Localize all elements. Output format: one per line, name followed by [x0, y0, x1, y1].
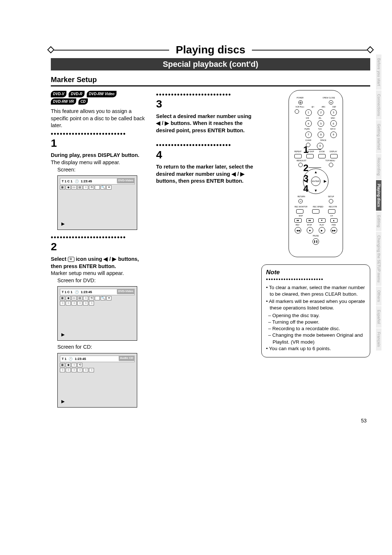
page-title-wrap: Playing discs: [51, 44, 370, 56]
ch-up-button[interactable]: ▲: [330, 218, 338, 223]
keylabel: WXYZ: [330, 128, 335, 130]
badge-dvdr: DVD-R: [69, 91, 85, 97]
tab-before[interactable]: Before you start: [376, 54, 381, 90]
screen-time: 1:23:45: [81, 179, 92, 183]
step2-number: 2: [51, 239, 150, 254]
remote-control: POWEROPEN/ CLOSE ⏻▲ VCR Plus+@!:ABCDEF 1…: [289, 90, 343, 257]
num-8-button[interactable]: 8: [318, 131, 324, 138]
step3-number: 3: [156, 97, 255, 112]
enter-button[interactable]: ENTER: [311, 177, 320, 186]
up-arrow-icon[interactable]: ▲: [314, 170, 318, 175]
disc-label: Audio CD: [119, 356, 135, 361]
power-button[interactable]: ⏻: [298, 100, 303, 105]
badge-cd: CD: [78, 98, 88, 105]
screen-info: T 1: [62, 357, 66, 361]
note-dots: •••••••••••••••••••••••: [266, 276, 366, 283]
left-arrow-icon[interactable]: ◀: [305, 179, 308, 184]
rev-button[interactable]: ◀◀: [295, 227, 301, 234]
step3-a: Select a desired marker number using: [156, 113, 252, 119]
tab-getting-started[interactable]: Getting started: [376, 120, 381, 153]
column-middle: ••••••••••••••••••••••••• 3 Select a des…: [156, 90, 255, 410]
left-right-arrows-icon: ◀ / ▶: [156, 120, 169, 126]
down-arrow-icon[interactable]: ▼: [314, 188, 318, 193]
num-1-button[interactable]: 1: [305, 109, 312, 116]
recspd-button[interactable]: [312, 209, 319, 214]
step3-b: buttons. When it reaches the desired poi…: [156, 120, 245, 133]
note-sub: Opening the disc tray.: [266, 312, 366, 319]
play-label: PLAY: [320, 224, 324, 226]
skip-next-button[interactable]: ⏭: [306, 218, 314, 223]
num-6-button[interactable]: 6: [330, 120, 337, 127]
recspd-label: REC SPEED: [313, 206, 323, 208]
badge-dvdrw-video: DVD-RW Video: [87, 91, 117, 97]
cmskip-label: CM SKIP: [307, 150, 314, 153]
zoom-button[interactable]: [318, 154, 326, 158]
keylabel: GHI: [306, 117, 309, 119]
return-label: RETURN: [298, 195, 305, 198]
pause-button[interactable]: ❚❚: [313, 238, 319, 245]
tab-setup-menu[interactable]: Changing the SETUP menu: [376, 232, 381, 286]
tab-francais[interactable]: Français: [376, 328, 381, 351]
step1-bold: During play, press DISPLAY button.: [51, 152, 150, 159]
menu-label: MENU/LIST: [297, 159, 306, 162]
menu-button[interactable]: [298, 163, 303, 167]
tab-playing-discs[interactable]: Playing discs: [376, 180, 381, 211]
display-button[interactable]: [330, 154, 338, 158]
repeat-button[interactable]: [294, 154, 302, 158]
topmenu-button[interactable]: [329, 163, 333, 167]
dpad[interactable]: ▲ ▼ ◀ ▶ ENTER: [303, 169, 328, 194]
tab-others[interactable]: Others: [376, 287, 381, 305]
tab-espanol[interactable]: Español: [376, 306, 381, 328]
setup-button[interactable]: [329, 199, 333, 203]
badge-dvdv: DVD-V: [51, 91, 66, 97]
keylabel: PQRS: [305, 128, 310, 130]
step1-text: The display menu will appear.: [51, 159, 150, 166]
num-2-button[interactable]: 2: [318, 109, 324, 116]
left-right-arrows-icon: ◀ / ▶: [232, 171, 245, 177]
vcr-button[interactable]: [295, 109, 299, 114]
recotr-button[interactable]: [328, 209, 335, 214]
screen-time: 1:23:45: [75, 357, 86, 361]
num-5-button[interactable]: 5: [318, 120, 324, 127]
stop-button[interactable]: ■: [307, 227, 313, 234]
tab-editing[interactable]: Editing: [376, 211, 381, 231]
heading-rule: [51, 85, 370, 86]
stop-label: STOP: [307, 224, 312, 226]
tab-recording[interactable]: Recording: [376, 154, 381, 179]
ch-down-button[interactable]: ▼: [318, 218, 326, 223]
play-button[interactable]: ▶: [319, 227, 325, 234]
pause-label: PAUSE: [313, 235, 319, 237]
step2-mid: icon using: [76, 256, 104, 262]
keylabel: MNO: [331, 117, 335, 119]
open-button[interactable]: ▲: [329, 100, 333, 105]
note-sub: Recording to a recordable disc.: [266, 325, 366, 332]
vcr-label: VCR Plus+: [295, 106, 305, 108]
num-9-button[interactable]: 9: [330, 131, 337, 138]
screen-dvd-label: Screen for DVD:: [57, 277, 150, 284]
space-label: SPACE: [320, 139, 326, 142]
screen-info: T 1 C 1: [62, 290, 73, 294]
note-sub: Changing the mode between Original and P…: [266, 332, 366, 345]
num-0-button[interactable]: 0: [317, 143, 323, 149]
screen-time: 1:23:45: [81, 290, 92, 294]
power-label: POWER: [297, 97, 303, 99]
step2-pre: Select: [51, 256, 68, 262]
return-button[interactable]: ↩: [298, 199, 303, 203]
tab-connections[interactable]: Connections: [376, 90, 381, 120]
step4-bold: To return to the marker later, select th…: [156, 163, 255, 185]
keylabel: DEF: [332, 106, 336, 108]
cmskip-button[interactable]: [306, 154, 314, 158]
num-4-button[interactable]: 4: [305, 120, 312, 127]
recmon-button[interactable]: [296, 209, 303, 214]
num-3-button[interactable]: 3: [330, 109, 337, 116]
fwd-button[interactable]: ▶▶: [331, 227, 337, 234]
setup-label: SETUP: [328, 195, 334, 198]
clear-button[interactable]: [306, 143, 310, 147]
right-arrow-icon[interactable]: ▶: [324, 179, 327, 184]
screen-marker-cd: Audio CD T 1🕐1:23:45 ▦◉☆⟲ ☆☆☆☆☆☆ ▶: [57, 353, 137, 408]
repeat-label: REPEAT: [294, 150, 302, 153]
column-left: DVD-V DVD-R DVD-RW Video DVD-RW VR CD Th…: [51, 90, 150, 410]
skip-prev-button[interactable]: ⏮: [294, 218, 302, 223]
disc-label: DVD-Video: [117, 178, 135, 183]
num-7-button[interactable]: 7: [305, 131, 312, 138]
